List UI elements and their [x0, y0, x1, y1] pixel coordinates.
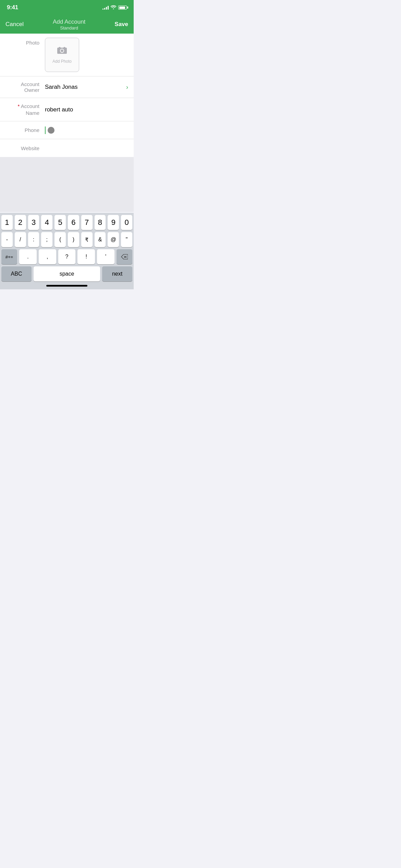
form-area: Photo Add Photo Account Owner Sarah Jona…: [0, 34, 134, 157]
key-6[interactable]: 6: [68, 215, 79, 230]
phone-label: Phone: [5, 127, 45, 133]
account-name-row[interactable]: * AccountName robert auto: [0, 98, 134, 121]
website-label: Website: [5, 145, 45, 151]
key-5[interactable]: 5: [54, 215, 66, 230]
nav-bar: Cancel Add Account Standard Save: [0, 15, 134, 34]
key-comma[interactable]: ,: [39, 249, 56, 264]
key-question[interactable]: ?: [58, 249, 76, 264]
key-ampersand[interactable]: &: [95, 232, 106, 247]
key-at[interactable]: @: [108, 232, 119, 247]
nav-title: Add Account Standard: [53, 19, 85, 31]
keyboard-row-bottom: ABC space next: [0, 264, 134, 283]
photo-label: Photo: [5, 38, 45, 46]
key-minus[interactable]: -: [1, 232, 13, 247]
key-quote[interactable]: ": [121, 232, 132, 247]
status-bar: 9:41: [0, 0, 134, 15]
key-open-paren[interactable]: (: [54, 232, 66, 247]
status-icons: [102, 5, 127, 10]
key-close-paren[interactable]: ): [68, 232, 79, 247]
status-time: 9:41: [7, 4, 18, 11]
nav-title-sub: Standard: [53, 25, 85, 31]
key-8[interactable]: 8: [95, 215, 106, 230]
key-4[interactable]: 4: [41, 215, 52, 230]
key-9[interactable]: 9: [108, 215, 119, 230]
delete-key[interactable]: [117, 249, 132, 264]
text-cursor: [45, 126, 46, 134]
key-exclaim[interactable]: !: [77, 249, 95, 264]
keyboard-row-numbers: 1 2 3 4 5 6 7 8 9 0: [0, 213, 134, 230]
key-period[interactable]: .: [19, 249, 37, 264]
key-space[interactable]: space: [34, 266, 100, 281]
key-semicolon[interactable]: ;: [41, 232, 52, 247]
wifi-icon: [111, 5, 116, 10]
signal-icon: [102, 5, 109, 10]
key-apostrophe[interactable]: ': [97, 249, 114, 264]
key-abc[interactable]: ABC: [1, 266, 32, 281]
photo-row: Photo Add Photo: [0, 34, 134, 76]
chevron-right-icon: ›: [126, 84, 128, 91]
nav-title-main: Add Account: [53, 19, 85, 25]
key-hashplus[interactable]: #+=: [1, 249, 17, 264]
key-colon[interactable]: :: [28, 232, 39, 247]
key-3[interactable]: 3: [28, 215, 39, 230]
key-next[interactable]: next: [102, 266, 132, 281]
website-row[interactable]: Website: [0, 139, 134, 157]
home-bar: [46, 285, 87, 287]
add-photo-button[interactable]: Add Photo: [45, 38, 79, 72]
key-7[interactable]: 7: [81, 215, 93, 230]
account-owner-row[interactable]: Account Owner Sarah Jonas ›: [0, 76, 134, 98]
keyboard: 1 2 3 4 5 6 7 8 9 0 - / : ; ( ) ₹ & @ " …: [0, 213, 134, 289]
account-name-value[interactable]: robert auto: [45, 106, 128, 113]
photo-section: Photo Add Photo: [0, 34, 134, 76]
phone-row[interactable]: Phone: [0, 121, 134, 139]
save-button[interactable]: Save: [114, 21, 128, 28]
account-owner-value: Sarah Jonas: [45, 84, 123, 91]
keyboard-row-symbols: - / : ; ( ) ₹ & @ ": [0, 230, 134, 247]
key-rupee[interactable]: ₹: [81, 232, 93, 247]
key-slash[interactable]: /: [15, 232, 26, 247]
home-indicator: [0, 283, 134, 289]
phone-input[interactable]: [45, 126, 128, 134]
battery-icon: [118, 5, 127, 10]
phone-dot-indicator: [48, 127, 54, 134]
key-0[interactable]: 0: [121, 215, 132, 230]
key-2[interactable]: 2: [15, 215, 26, 230]
key-1[interactable]: 1: [1, 215, 13, 230]
gray-area: [0, 157, 134, 212]
svg-point-0: [61, 49, 63, 52]
account-owner-label: Account Owner: [5, 81, 45, 93]
add-photo-label: Add Photo: [52, 59, 72, 64]
account-name-label: * AccountName: [5, 103, 45, 116]
cancel-button[interactable]: Cancel: [5, 21, 24, 28]
keyboard-row-punct: #+= . , ? ! ': [0, 247, 134, 264]
camera-icon: [57, 46, 67, 57]
